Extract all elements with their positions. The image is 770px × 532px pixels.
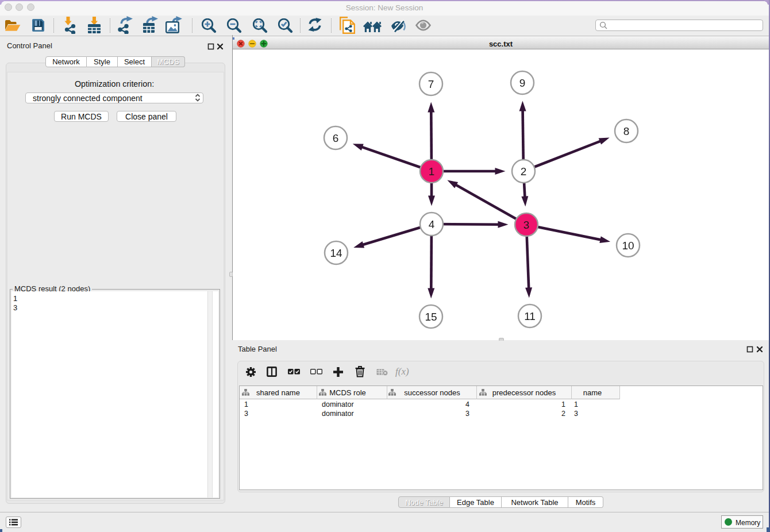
svg-text:7: 7 xyxy=(428,78,434,90)
svg-text:3: 3 xyxy=(523,219,530,231)
svg-text:2: 2 xyxy=(521,165,527,178)
svg-text:1: 1 xyxy=(429,165,435,178)
svg-text:15: 15 xyxy=(425,311,437,323)
svg-text:10: 10 xyxy=(622,240,634,252)
svg-text:6: 6 xyxy=(333,132,339,144)
svg-text:8: 8 xyxy=(623,125,630,137)
svg-text:11: 11 xyxy=(524,310,536,322)
svg-text:9: 9 xyxy=(519,77,526,89)
svg-text:4: 4 xyxy=(429,218,435,230)
svg-text:14: 14 xyxy=(330,247,342,259)
